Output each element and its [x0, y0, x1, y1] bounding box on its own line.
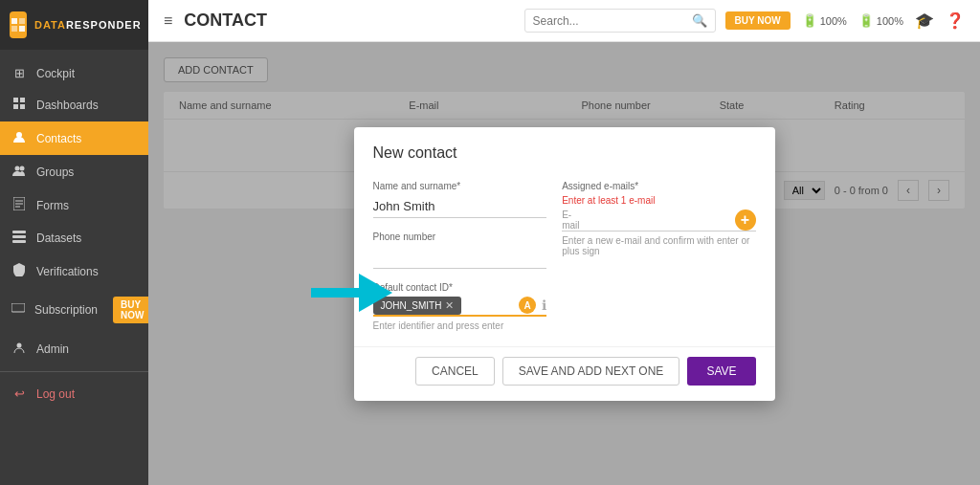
modal-footer: CANCEL SAVE AND ADD NEXT ONE SAVE [354, 346, 775, 401]
sidebar-item-logout[interactable]: ↩ Log out [0, 378, 148, 409]
cancel-button[interactable]: CANCEL [415, 357, 495, 386]
svg-point-9 [15, 166, 20, 171]
phone-label: Phone number [373, 231, 547, 242]
email-field-label: E-mail [562, 209, 579, 231]
svg-rect-0 [11, 18, 17, 24]
svg-rect-16 [12, 235, 26, 238]
subscription-icon [11, 303, 25, 318]
svg-rect-18 [11, 303, 25, 312]
admin-icon [11, 341, 27, 357]
id-icons: A ℹ [519, 297, 546, 314]
svg-rect-6 [13, 104, 18, 109]
search-input[interactable] [533, 14, 686, 28]
content-area: ADD CONTACT Name and surname E-mail Phon… [148, 42, 980, 485]
topbar-right: 🔍 BUY NOW 🔋 100% 🔋 100% 🎓 ❓ [524, 9, 965, 33]
modal-overlay: New contact Name and surname* Phone numb… [148, 42, 980, 485]
email-section-label: Assigned e-mails* [562, 181, 755, 191]
cockpit-icon: ⊞ [11, 66, 27, 80]
main-content: ≡ CONTACT 🔍 BUY NOW 🔋 100% 🔋 100% 🎓 ❓ [148, 0, 980, 485]
sidebar-nav: ⊞ Cockpit Dashboards Contacts Groups F [0, 50, 148, 485]
modal-header: New contact [354, 127, 775, 171]
search-box: 🔍 [524, 9, 716, 33]
contacts-icon [11, 130, 27, 146]
topbar-icons: BUY NOW 🔋 100% 🔋 100% 🎓 ❓ [725, 11, 965, 30]
sidebar-item-cockpit[interactable]: ⊞ Cockpit [0, 57, 148, 89]
save-and-next-button[interactable]: SAVE AND ADD NEXT ONE [502, 357, 680, 386]
id-auto-icon: A [519, 297, 536, 314]
sidebar: DATARESPONDER ⊞ Cockpit Dashboards Conta… [0, 0, 148, 485]
help-icon[interactable]: ❓ [946, 11, 965, 30]
modal-title: New contact [373, 144, 457, 161]
battery2-icon: 🔋 [858, 13, 874, 28]
svg-rect-15 [12, 231, 26, 233]
id-info-icon[interactable]: ℹ [542, 298, 546, 313]
search-icon: 🔍 [692, 13, 707, 28]
topbar: ≡ CONTACT 🔍 BUY NOW 🔋 100% 🔋 100% 🎓 ❓ [148, 0, 980, 42]
logo: DATARESPONDER [0, 0, 148, 50]
topbar-left: ≡ CONTACT [164, 11, 267, 31]
svg-rect-17 [12, 240, 26, 243]
svg-rect-4 [13, 98, 18, 102]
phone-field-group: Phone number [373, 231, 547, 269]
svg-rect-5 [20, 98, 25, 102]
email-hint: Enter a new e-mail and confirm with ente… [562, 235, 755, 256]
verifications-icon [11, 263, 27, 279]
groups-icon [11, 164, 27, 180]
logout-icon: ↩ [11, 386, 27, 401]
id-section: Default contact ID* JOHN_SMITH ✕ A ℹ [373, 282, 547, 331]
sidebar-item-verifications[interactable]: Verifications [0, 254, 148, 288]
dashboards-icon [11, 98, 27, 113]
id-hint: Enter identifier and press enter [373, 320, 547, 331]
svg-rect-7 [20, 104, 25, 109]
email-input[interactable] [586, 209, 729, 231]
sidebar-item-admin[interactable]: Admin [0, 332, 148, 365]
svg-rect-3 [19, 26, 25, 32]
id-input-row: JOHN_SMITH ✕ A ℹ [373, 297, 547, 317]
menu-icon[interactable]: ≡ [164, 12, 172, 30]
email-error-message: Enter at least 1 e-mail [562, 195, 755, 206]
svg-rect-1 [19, 18, 25, 24]
sidebar-item-contacts[interactable]: Contacts [0, 121, 148, 155]
svg-rect-2 [11, 26, 17, 32]
logo-icon [10, 11, 27, 38]
modal-body: Name and surname* Phone number Default c… [354, 171, 775, 346]
sidebar-item-datasets[interactable]: Datasets [0, 222, 148, 254]
save-button[interactable]: SAVE [687, 357, 755, 386]
svg-point-19 [17, 343, 22, 348]
name-input[interactable] [373, 195, 547, 218]
logo-text: DATARESPONDER [34, 19, 142, 31]
sidebar-item-subscription[interactable]: Subscription BUY NOW [0, 288, 148, 332]
datasets-icon [11, 231, 27, 246]
buy-now-button[interactable]: BUY NOW [725, 11, 791, 30]
name-label: Name and surname* [373, 181, 547, 191]
name-field-group: Name and surname* [373, 181, 547, 218]
email-add-button[interactable]: + [735, 209, 756, 231]
right-column: Assigned e-mails* Enter at least 1 e-mai… [562, 181, 755, 331]
forms-icon [11, 197, 27, 213]
id-label: Default contact ID* [373, 282, 547, 293]
sidebar-item-groups[interactable]: Groups [0, 155, 148, 188]
email-input-row: E-mail + [562, 209, 755, 231]
sidebar-item-dashboards[interactable]: Dashboards [0, 89, 148, 121]
email-section: Assigned e-mails* Enter at least 1 e-mai… [562, 181, 755, 256]
graduation-icon: 🎓 [915, 11, 934, 30]
sidebar-item-forms[interactable]: Forms [0, 188, 148, 222]
battery1-icon: 🔋 [802, 13, 817, 28]
page-title: CONTACT [184, 11, 267, 31]
id-tag: JOHN_SMITH ✕ [373, 297, 462, 315]
subscription-buy-now-badge: BUY NOW [113, 297, 151, 323]
left-column: Name and surname* Phone number Default c… [373, 181, 547, 331]
battery2-info: 🔋 100% [858, 13, 903, 28]
svg-point-10 [20, 166, 25, 171]
id-tag-remove[interactable]: ✕ [445, 299, 454, 312]
phone-input[interactable] [373, 246, 547, 269]
new-contact-modal: New contact Name and surname* Phone numb… [354, 127, 775, 401]
battery1-info: 🔋 100% [802, 13, 847, 28]
